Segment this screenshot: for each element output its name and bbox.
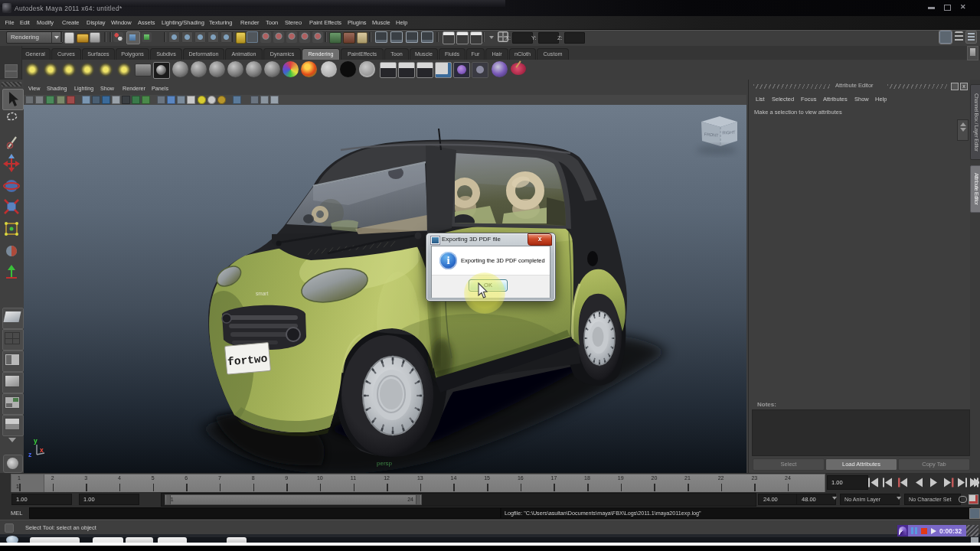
- svg-text:z: z: [28, 451, 31, 458]
- svg-text:persp: persp: [377, 460, 393, 467]
- svg-text:x: x: [40, 446, 44, 454]
- svg-text:RIGHT: RIGHT: [722, 129, 736, 135]
- svg-text:smart: smart: [256, 291, 268, 296]
- svg-text:y: y: [34, 437, 38, 445]
